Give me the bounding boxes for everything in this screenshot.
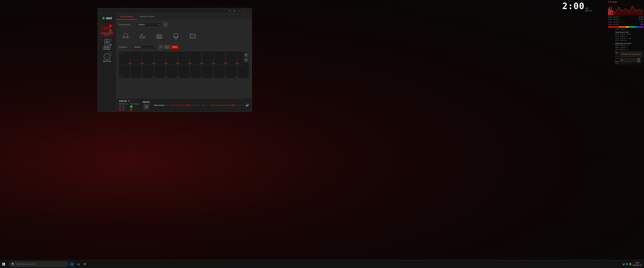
tab-sound-effects[interactable]: Sound Effects <box>116 13 136 19</box>
svg-rect-3 <box>109 27 110 29</box>
freq-500: 500 <box>177 76 180 78</box>
sidebar-item-speakers-digital[interactable]: ✓ 🎤 Speakers Digital (SPDIF) <box>100 24 114 37</box>
back-panel-row2 <box>119 108 128 111</box>
cpu-stat-label3: 10:50 - 12:40 #1 <box>608 21 619 23</box>
back-panel-label: Back Panel <box>119 103 128 105</box>
taskbar-icon-edge[interactable]: e <box>70 262 75 267</box>
main-volume-label: Main Volume <box>154 104 165 106</box>
close-button[interactable]: ✕ <box>246 9 250 13</box>
environment-label: Environment <box>119 23 134 26</box>
start-button[interactable] <box>0 260 8 268</box>
eq-handle-62[interactable] <box>140 63 144 64</box>
back-port-4[interactable] <box>122 108 124 111</box>
sidebar-item-speakers-analogue[interactable]: ✓ 🎤 Speakers Analogue <box>100 38 114 51</box>
analog-gear-icon[interactable]: ⚙ <box>128 100 130 102</box>
eq-bar-62[interactable] <box>136 52 148 74</box>
svg-rect-17 <box>159 35 160 38</box>
eq-handle-500[interactable] <box>176 63 180 64</box>
left-volume-thumb[interactable] <box>187 104 189 106</box>
taskbar-app-icons: e 🗂 ⚙ <box>70 262 88 267</box>
schedule-event: 11:10 - 11:15 #4 - 1 - Cal <box>615 37 643 39</box>
cpu-stat-row2: 09:55 - 09:40 #1 12 Cal <box>608 18 643 20</box>
eq-bar-4k[interactable] <box>208 52 219 74</box>
settings-button[interactable]: ⚙ <box>232 9 236 13</box>
equalizer-reset-button[interactable]: ↺ <box>158 45 163 49</box>
svg-rect-12 <box>140 36 145 38</box>
svg-rect-23 <box>190 34 196 38</box>
left-volume-slider[interactable] <box>169 105 201 105</box>
svg-rect-33 <box>610 9 611 15</box>
eq-handle-250[interactable] <box>164 63 168 64</box>
eq-handle-31[interactable] <box>128 63 132 64</box>
back-port-2[interactable] <box>122 105 124 108</box>
info-button[interactable]: ℹ <box>228 9 232 13</box>
taskbar-search-input[interactable] <box>16 263 66 265</box>
front-port-1-active[interactable] <box>130 105 132 108</box>
freq-62: 62 <box>141 76 142 78</box>
eq-handle-8k[interactable] <box>224 63 227 64</box>
maximize-button[interactable]: □ <box>242 9 246 13</box>
environment-reset-button[interactable]: ↺ <box>163 22 168 27</box>
taskbar-icon-settings[interactable]: ⚙ <box>82 262 88 267</box>
karaoke-increment[interactable]: ▲ <box>637 58 640 60</box>
digital-label: DIGITAL <box>143 101 150 103</box>
front-port-2-active[interactable] <box>130 108 132 111</box>
eq-handle-1k[interactable] <box>188 63 192 64</box>
eq-bar-8k[interactable] <box>220 52 231 74</box>
taskbar-clock[interactable]: 2:00 Sat May 22 <box>632 262 642 266</box>
eq-bar-500[interactable] <box>172 52 183 74</box>
taskbar-search-box[interactable]: 🔍 <box>10 262 68 267</box>
equalizer-select-wrapper: <None> <box>132 45 157 49</box>
eq-download-button[interactable]: ⬇ <box>244 53 248 57</box>
equalizer-select[interactable]: <None> <box>132 45 157 49</box>
eq-handle-16k[interactable] <box>236 63 239 64</box>
eq-handle-4k[interactable] <box>212 63 215 64</box>
cpu-stat-label: 08:00 - 08:40 #1 <box>608 16 619 18</box>
analog-header: ANALOG ⚙ <box>119 100 139 102</box>
karaoke-decrement[interactable]: ▼ <box>637 60 640 62</box>
eq-bar-2k[interactable] <box>196 52 207 74</box>
msi-titlebar: ℹ ⚙ — □ ✕ <box>98 8 252 13</box>
left-volume-fill <box>169 105 188 105</box>
right-volume-slider[interactable] <box>209 105 241 105</box>
front-panel-group: Front Panel <box>130 103 139 111</box>
taskbar-search-icon: 🔍 <box>12 263 14 266</box>
eq-adjust-button[interactable]: — <box>164 45 170 49</box>
sidebar-item-stereo-mix[interactable]: ♪ ✓ Stereo Mix <box>100 52 114 63</box>
effect-item-eq-icon[interactable] <box>152 30 166 42</box>
taskbar-icon-files[interactable]: 🗂 <box>76 262 81 267</box>
karaoke-input-row: ▲ ▼ <box>620 58 642 62</box>
back-port-1[interactable] <box>119 105 121 108</box>
minimize-button[interactable]: — <box>237 9 241 13</box>
volume-plus[interactable]: + <box>243 104 244 106</box>
eq-close-button[interactable]: ✕ <box>244 58 248 62</box>
svg-rect-31 <box>608 8 609 15</box>
svg-rect-37 <box>4 263 5 264</box>
cpu-stat-label2: 09:55 - 09:40 #1 <box>608 18 619 20</box>
karaoke-input[interactable] <box>620 58 636 62</box>
freq-1k: 1k <box>190 76 191 78</box>
effect-item-vocal[interactable] <box>169 30 183 42</box>
eq-bar-31[interactable] <box>124 52 136 74</box>
eq-handle-2k[interactable] <box>200 63 204 64</box>
device-check-badge-stereo: ✓ <box>109 53 112 56</box>
equalizer-section: Equalizer <None> ↺ — ⧩⧩⧩ <box>119 45 249 78</box>
eq-bar-1k[interactable] <box>184 52 195 74</box>
environment-select[interactable]: <None> <box>136 23 161 27</box>
eq-bar-16k[interactable] <box>232 52 243 74</box>
digital-button[interactable]: 🖥 <box>144 104 149 109</box>
analog-ports: Back Panel Front Panel <box>119 103 139 111</box>
eq-bar-125[interactable] <box>148 52 160 74</box>
environment-select-wrapper: <None> <box>136 23 161 27</box>
right-volume-thumb[interactable] <box>232 104 234 106</box>
back-port-3-active[interactable] <box>119 108 121 111</box>
effect-item-cinema[interactable] <box>186 30 200 42</box>
volume-minus[interactable]: — <box>206 104 208 106</box>
effect-item-bathroom[interactable] <box>136 30 149 42</box>
eq-bar-250[interactable] <box>160 52 172 74</box>
eq-bars-button[interactable]: ⧩⧩⧩ <box>171 45 178 49</box>
effect-item-headphone[interactable] <box>119 30 132 42</box>
eq-handle-125[interactable] <box>152 63 156 64</box>
tab-default-format[interactable]: Default Format <box>136 13 158 19</box>
bathroom-svg <box>139 33 146 39</box>
